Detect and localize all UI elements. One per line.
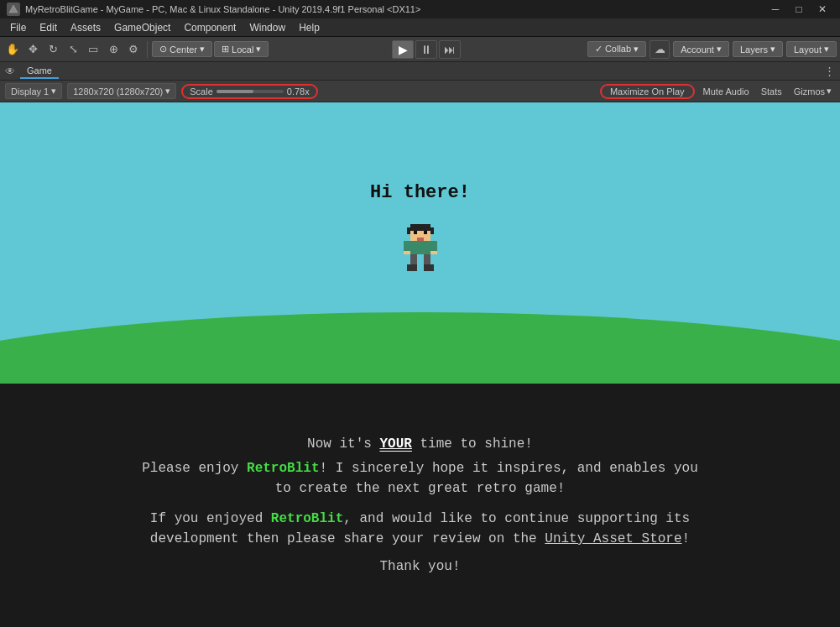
svg-rect-12: [430, 251, 437, 254]
mute-audio-button[interactable]: Mute Audio: [700, 85, 753, 98]
please-enjoy-line: Please enjoy RetroBlit! I sincerely hope…: [142, 458, 698, 499]
gizmos-button[interactable]: Gizmos ▾: [790, 84, 835, 98]
scale-label: Scale: [190, 86, 213, 97]
svg-rect-15: [407, 264, 417, 271]
layout-label: Layout: [794, 44, 822, 55]
stats-button[interactable]: Stats: [758, 85, 785, 98]
svg-rect-2: [410, 224, 430, 231]
pivot-label: Center: [170, 44, 197, 55]
title-bar-left: MyRetroBlitGame - MyGame - PC, Mac & Lin…: [7, 3, 420, 16]
pivot-center-button[interactable]: ⊙ Center ▾: [152, 41, 212, 57]
resolution-dropdown-icon: ▾: [165, 86, 170, 97]
resolution-selector[interactable]: 1280x720 (1280x720) ▾: [67, 83, 176, 99]
scale-control: Scale 0.78x: [181, 84, 317, 99]
maximize-button[interactable]: □: [788, 2, 810, 17]
step-button[interactable]: ⏭: [439, 40, 461, 59]
svg-rect-13: [410, 254, 417, 264]
svg-rect-3: [407, 227, 410, 234]
layout-button[interactable]: Layout ▾: [786, 41, 837, 57]
transform-tool-icon[interactable]: ⊕: [104, 40, 123, 59]
menu-window[interactable]: Window: [243, 20, 292, 35]
gizmos-label: Gizmos: [794, 86, 825, 97]
layers-label: Layers: [740, 44, 768, 55]
svg-rect-7: [417, 238, 424, 241]
play-button[interactable]: ▶: [392, 40, 414, 59]
svg-rect-5: [414, 231, 417, 234]
local-label: Local: [232, 44, 253, 55]
toolbar-separator-1: [147, 41, 148, 58]
pixel-character: [400, 224, 441, 274]
game-panel-header: 👁 Game ⋮: [0, 62, 840, 81]
scale-tool-icon[interactable]: ⤡: [64, 40, 82, 59]
hand-tool-icon[interactable]: ✋: [3, 40, 22, 59]
layers-button[interactable]: Layers ▾: [733, 41, 783, 57]
panel-options-icon[interactable]: ⋮: [824, 65, 835, 77]
rotate-tool-icon[interactable]: ↻: [44, 40, 62, 59]
svg-rect-9: [404, 241, 410, 251]
playmode-controls: ▶ ⏸ ⏭: [392, 40, 461, 59]
menu-edit[interactable]: Edit: [33, 20, 64, 35]
menu-help[interactable]: Help: [292, 20, 326, 35]
maximize-on-play-button[interactable]: Maximize On Play: [600, 84, 695, 99]
svg-rect-16: [424, 264, 434, 271]
eye-icon: 👁: [5, 65, 15, 77]
scale-value: 0.78x: [287, 86, 310, 97]
svg-rect-10: [430, 241, 437, 251]
collab-button[interactable]: ✓ Collab ▾: [587, 41, 646, 57]
local-button[interactable]: ⊞ Local ▾: [214, 41, 269, 57]
move-tool-icon[interactable]: ✥: [23, 40, 42, 59]
now-its-your-time: Now it's YOUR time to shine!: [307, 436, 533, 452]
custom-tool-icon[interactable]: ⚙: [124, 40, 143, 59]
title-bar: MyRetroBlitGame - MyGame - PC, Mac & Lin…: [0, 0, 840, 18]
collab-check-icon: ✓: [595, 44, 603, 55]
account-dropdown-icon: ▾: [717, 44, 722, 55]
rect-tool-icon[interactable]: ▭: [84, 40, 102, 59]
game-text-area: Now it's YOUR time to shine! Please enjo…: [0, 384, 840, 627]
pivot-icon: ⊙: [159, 44, 167, 55]
resolution-label: 1280x720 (1280x720): [73, 86, 163, 97]
svg-rect-14: [424, 254, 430, 264]
gizmos-dropdown-icon: ▾: [827, 86, 832, 97]
if-you-enjoyed-line: If you enjoyed RetroBlit, and would like…: [150, 509, 690, 549]
close-button[interactable]: ✕: [811, 2, 833, 17]
svg-rect-8: [410, 241, 430, 254]
toolbar: ✋ ✥ ↻ ⤡ ▭ ⊕ ⚙ ⊙ Center ▾ ⊞ Local ▾ ▶ ⏸ ⏭…: [0, 37, 840, 62]
scale-slider[interactable]: [217, 90, 284, 93]
game-tab[interactable]: Game: [20, 64, 59, 79]
local-icon: ⊞: [222, 44, 229, 55]
local-dropdown-icon: ▾: [256, 44, 261, 55]
game-viewport: Hi there!: [0, 102, 840, 627]
thank-you-line: Thank you!: [379, 559, 460, 574]
svg-rect-4: [430, 227, 434, 234]
hi-there-text: Hi there!: [0, 182, 840, 203]
unity-icon: [7, 3, 20, 16]
scale-slider-fill: [217, 90, 253, 93]
game-toolbar: Display 1 ▾ 1280x720 (1280x720) ▾ Scale …: [0, 81, 840, 102]
title-bar-controls[interactable]: ─ □ ✕: [764, 2, 833, 17]
display-selector[interactable]: Display 1 ▾: [5, 83, 62, 99]
account-label: Account: [681, 44, 714, 55]
right-toolbar: ✓ Collab ▾ ☁ Account ▾ Layers ▾ Layout ▾: [587, 40, 837, 59]
svg-rect-6: [424, 231, 427, 234]
window-title: MyRetroBlitGame - MyGame - PC, Mac & Lin…: [25, 4, 420, 14]
cloud-button[interactable]: ☁: [650, 40, 670, 59]
pivot-dropdown-icon: ▾: [200, 44, 205, 55]
menu-gameobject[interactable]: GameObject: [107, 20, 177, 35]
svg-rect-11: [404, 251, 410, 254]
minimize-button[interactable]: ─: [764, 2, 786, 17]
display-dropdown-icon: ▾: [51, 86, 56, 97]
pause-button[interactable]: ⏸: [415, 40, 437, 59]
layout-dropdown-icon: ▾: [824, 44, 829, 55]
svg-marker-0: [9, 5, 18, 13]
menu-file[interactable]: File: [3, 20, 33, 35]
layers-dropdown-icon: ▾: [770, 44, 775, 55]
account-button[interactable]: Account ▾: [673, 41, 729, 57]
menu-component[interactable]: Component: [177, 20, 243, 35]
menu-bar: File Edit Assets GameObject Component Wi…: [0, 18, 840, 37]
menu-assets[interactable]: Assets: [64, 20, 107, 35]
display-label: Display 1: [11, 86, 49, 97]
collab-label: Collab ▾: [605, 44, 639, 55]
